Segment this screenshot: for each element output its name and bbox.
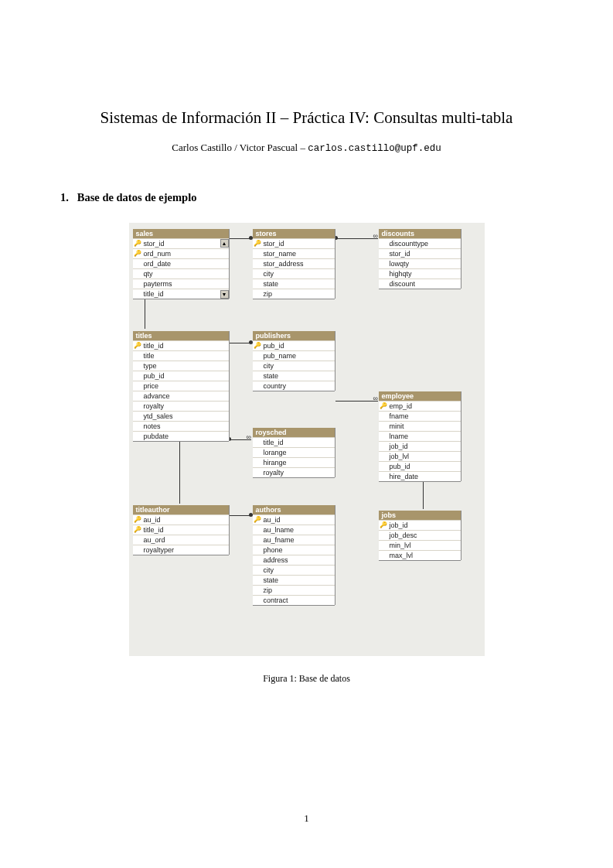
field-name: min_lvl — [388, 541, 411, 550]
field-row: address — [253, 555, 335, 565]
field-row: price — [133, 381, 229, 391]
field-name: au_lname — [262, 525, 295, 535]
author-email: carlos.castillo@upf.edu — [308, 143, 441, 154]
field-name: au_ord — [142, 535, 165, 545]
table-sales: sales 🔑stor_id🔑ord_numord_dateqtypayterm… — [133, 229, 229, 299]
table-header: authors — [253, 505, 335, 514]
field-row: au_lname — [253, 525, 335, 535]
figure-caption: Figura 1: Base de datos — [60, 673, 553, 685]
table-body: 🔑stor_id🔑ord_numord_dateqtypaytermstitle… — [133, 238, 229, 299]
field-name: max_lvl — [388, 551, 414, 560]
field-name: notes — [142, 422, 161, 431]
field-row: au_ord — [133, 535, 229, 545]
field-row: 🔑ord_num — [133, 248, 229, 258]
field-name: royaltyper — [142, 545, 175, 555]
field-name: pubdate — [142, 432, 169, 441]
field-name: city — [262, 566, 274, 575]
field-name: pub_id — [262, 341, 284, 350]
field-name: advance — [142, 391, 170, 401]
field-name: discount — [388, 279, 416, 289]
field-row: ord_date — [133, 258, 229, 268]
table-stores: stores 🔑stor_idstor_namestor_addresscity… — [253, 229, 335, 299]
field-name: zip — [262, 586, 273, 595]
field-row: 🔑title_id — [133, 525, 229, 535]
field-name: payterms — [142, 279, 172, 289]
field-row: ytd_sales — [133, 411, 229, 421]
field-name: phone — [262, 545, 283, 555]
field-row: lorange — [253, 447, 335, 457]
field-row: royalty — [253, 467, 335, 477]
field-name: minit — [388, 422, 404, 431]
field-row: 🔑job_id — [379, 520, 461, 530]
field-name: job_id — [388, 442, 408, 451]
table-authors: authors 🔑au_idau_lnameau_fnamephoneaddre… — [253, 505, 335, 605]
table-body: 🔑title_idtitletypepub_idpriceadvanceroya… — [133, 340, 229, 441]
field-row: highqty — [379, 268, 461, 279]
field-name: lorange — [262, 448, 287, 457]
field-name: au_fname — [262, 535, 295, 545]
field-name: state — [262, 576, 279, 585]
field-name: title_id — [142, 289, 164, 299]
field-name: ytd_sales — [142, 412, 173, 421]
field-row: discounttype — [379, 238, 461, 248]
field-row: phone — [253, 545, 335, 555]
field-row: zip — [253, 585, 335, 595]
field-row: royaltyper — [133, 545, 229, 555]
field-name: pub_id — [142, 371, 165, 381]
field-row: job_lvl — [379, 451, 461, 461]
field-row: zip — [253, 289, 335, 299]
field-row: 🔑au_id — [253, 514, 335, 525]
field-name: state — [262, 371, 279, 381]
field-row: country — [253, 381, 335, 391]
field-row: city — [253, 268, 335, 279]
field-row: state — [253, 371, 335, 381]
table-discounts: discounts discounttypestor_idlowqtyhighq… — [379, 229, 461, 289]
table-body: 🔑emp_idfnameminitlnamejob_idjob_lvlpub_i… — [379, 401, 461, 481]
table-header: sales — [133, 229, 229, 238]
field-row: pubdate — [133, 431, 229, 441]
section-heading: 1. Base de datos de ejemplo — [60, 191, 553, 204]
table-header: roysched — [253, 428, 335, 437]
table-roysched: roysched title_idlorangehirangeroyalty — [253, 428, 335, 477]
key-icon: 🔑 — [133, 239, 142, 248]
field-row: city — [253, 361, 335, 371]
field-row: lowqty — [379, 258, 461, 268]
field-name: job_lvl — [388, 452, 410, 461]
field-row: stor_name — [253, 248, 335, 258]
field-row: lname — [379, 431, 461, 441]
scroll-up-icon[interactable]: ▲ — [220, 239, 229, 248]
field-name: title_id — [142, 525, 164, 535]
scroll-down-icon[interactable]: ▼ — [220, 290, 229, 299]
field-row: state — [253, 575, 335, 585]
table-body: title_idlorangehirangeroyalty — [253, 437, 335, 477]
field-name: title — [142, 351, 155, 361]
field-name: city — [262, 269, 274, 279]
field-name: state — [262, 279, 279, 289]
field-row: state — [253, 279, 335, 289]
field-row: title — [133, 350, 229, 361]
field-row: title_id — [253, 437, 335, 447]
field-row: job_desc — [379, 530, 461, 540]
field-name: lname — [388, 432, 409, 441]
field-row: stor_address — [253, 258, 335, 268]
field-row: hirange — [253, 457, 335, 467]
table-header: stores — [253, 229, 335, 238]
key-icon: 🔑 — [253, 239, 262, 248]
table-header: titleauthor — [133, 505, 229, 514]
key-icon: 🔑 — [133, 341, 142, 350]
field-name: lowqty — [388, 259, 410, 268]
field-row: stor_id — [379, 248, 461, 258]
field-row: min_lvl — [379, 540, 461, 550]
field-row: royalty — [133, 401, 229, 411]
field-row: payterms — [133, 279, 229, 289]
field-name: pub_name — [262, 351, 297, 361]
field-row: notes — [133, 421, 229, 431]
field-row: 🔑stor_id — [253, 238, 335, 248]
table-body: 🔑au_idau_lnameau_fnamephoneaddresscityst… — [253, 514, 335, 605]
authors-line: Carlos Castillo / Victor Pascual – carlo… — [60, 142, 553, 154]
table-body: 🔑pub_idpub_namecitystatecountry — [253, 340, 335, 391]
field-name: au_id — [142, 515, 161, 525]
table-employee: employee 🔑emp_idfnameminitlnamejob_idjob… — [379, 391, 461, 481]
field-name: royalty — [142, 402, 165, 411]
table-body: discounttypestor_idlowqtyhighqtydiscount — [379, 238, 461, 289]
